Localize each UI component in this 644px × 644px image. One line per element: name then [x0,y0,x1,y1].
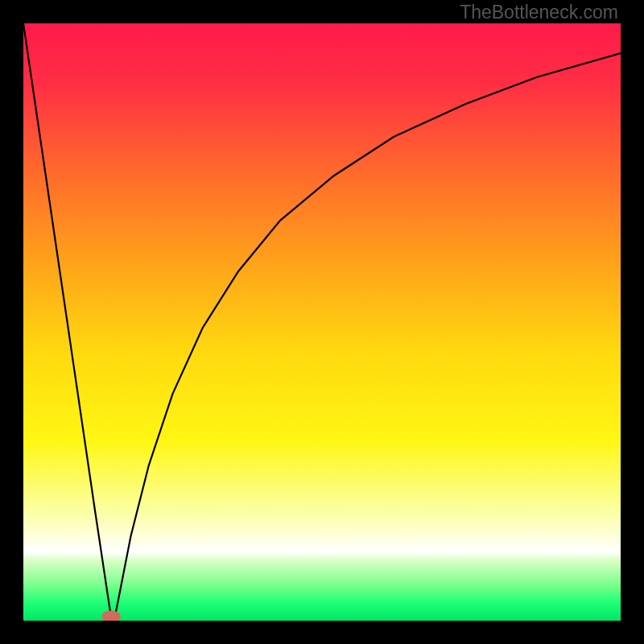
bottleneck-chart [23,23,621,621]
watermark-text: TheBottleneck.com [460,2,618,23]
chart-frame [23,23,621,621]
gradient-background [23,23,621,621]
